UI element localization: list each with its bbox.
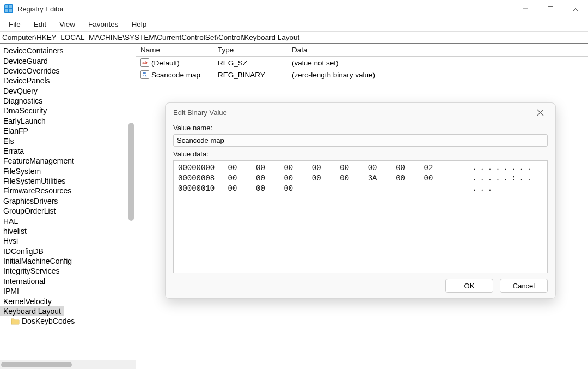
hex-editor[interactable]: 000000000000000000000002........00000008… bbox=[173, 160, 548, 273]
tree-item-label: DeviceOverrides bbox=[3, 66, 59, 75]
maximize-button[interactable] bbox=[538, 0, 563, 17]
tree-item-label: Keyboard Layout bbox=[3, 307, 61, 316]
tree-item-label: KernelVelocity bbox=[3, 297, 52, 306]
svg-rect-6 bbox=[548, 7, 553, 11]
hex-address: 00000000 bbox=[178, 163, 222, 173]
tree-item[interactable]: FileSystem bbox=[0, 166, 136, 176]
vertical-scrollbar[interactable] bbox=[128, 123, 134, 221]
valuename-field[interactable]: Scancode map bbox=[173, 134, 548, 147]
tree-item[interactable]: InitialMachineConfig bbox=[0, 256, 136, 266]
menu-edit[interactable]: Edit bbox=[27, 19, 53, 29]
hex-bytes[interactable]: 00000000003A0000 bbox=[222, 173, 456, 184]
tree-item[interactable]: ElanFP bbox=[0, 126, 136, 136]
tree-item[interactable]: GroupOrderList bbox=[0, 206, 136, 216]
hex-line[interactable]: 0000000800000000003A0000.....:.. bbox=[178, 173, 543, 184]
dialog-close-button[interactable] bbox=[532, 105, 548, 120]
tree-item[interactable]: EarlyLaunch bbox=[0, 116, 136, 126]
close-button[interactable] bbox=[563, 0, 588, 17]
hex-address: 00000010 bbox=[178, 184, 222, 194]
tree-item-label: GroupOrderList bbox=[3, 207, 56, 215]
tree-item-label: ElanFP bbox=[3, 126, 28, 135]
address-bar[interactable]: Computer\HKEY_LOCAL_MACHINE\SYSTEM\Curre… bbox=[0, 32, 588, 44]
tree-item[interactable]: IDConfigDB bbox=[0, 246, 136, 256]
tree-item[interactable]: DmaSecurity bbox=[0, 106, 136, 116]
dialog-titlebar[interactable]: Edit Binary Value bbox=[166, 103, 555, 122]
tree-item[interactable]: IntegrityServices bbox=[0, 266, 136, 276]
tree-item-label: Diagnostics bbox=[3, 96, 42, 105]
svg-rect-4 bbox=[9, 9, 12, 12]
tree-item-label: IPMI bbox=[3, 287, 19, 295]
list-header[interactable]: Name Type Data bbox=[136, 44, 588, 57]
tree-item-label: InitialMachineConfig bbox=[3, 257, 72, 265]
minimize-button[interactable] bbox=[513, 0, 538, 17]
edit-binary-dialog: Edit Binary Value Value name: Scancode m… bbox=[165, 102, 556, 299]
hex-bytes[interactable]: 000000 bbox=[222, 184, 456, 194]
hex-line[interactable]: 00000010000000... bbox=[178, 184, 543, 194]
tree-item-label: International bbox=[3, 277, 45, 286]
tree-item[interactable]: FirmwareResources bbox=[0, 186, 136, 196]
tree-item[interactable]: DeviceOverrides bbox=[0, 66, 136, 76]
tree-item-label: DevicePanels bbox=[3, 76, 50, 85]
tree-item-label: HAL bbox=[3, 217, 18, 226]
valuename-label: Value name: bbox=[173, 124, 548, 132]
tree-item[interactable]: hivelist bbox=[0, 226, 136, 236]
hex-ascii: .....:.. bbox=[456, 173, 543, 184]
dialog-title: Edit Binary Value bbox=[173, 108, 227, 117]
col-header-data[interactable]: Data bbox=[287, 46, 588, 54]
menu-view[interactable]: View bbox=[53, 19, 82, 29]
tree-item[interactable]: Errata bbox=[0, 146, 136, 156]
value-row[interactable]: ab(Default)REG_SZ(value not set) bbox=[136, 57, 588, 69]
hex-ascii: ........ bbox=[456, 163, 543, 173]
menu-file[interactable]: File bbox=[2, 19, 27, 29]
tree-item[interactable]: Hvsi bbox=[0, 236, 136, 246]
tree-item[interactable]: GraphicsDrivers bbox=[0, 196, 136, 206]
tree-item[interactable]: Els bbox=[0, 136, 136, 146]
value-data: (value not set) bbox=[287, 59, 588, 67]
tree-item[interactable]: KernelVelocity bbox=[0, 296, 136, 306]
tree-item[interactable]: DevQuery bbox=[0, 86, 136, 96]
horizontal-scrollbar[interactable] bbox=[1, 362, 72, 367]
svg-rect-2 bbox=[9, 5, 12, 8]
tree-item-label: Hvsi bbox=[3, 237, 18, 245]
tree-item-label: DmaSecurity bbox=[3, 106, 47, 115]
menu-help[interactable]: Help bbox=[125, 19, 154, 29]
tree-item-label: DeviceContainers bbox=[3, 46, 64, 55]
menu-favorites[interactable]: Favorites bbox=[82, 19, 125, 29]
string-value-icon: ab bbox=[140, 58, 149, 67]
tree-item-label: Els bbox=[3, 137, 14, 146]
tree-item[interactable]: Keyboard Layout bbox=[0, 306, 64, 316]
regedit-icon bbox=[4, 4, 13, 13]
col-header-type[interactable]: Type bbox=[213, 46, 287, 54]
valuedata-label: Value data: bbox=[173, 150, 548, 158]
tree-panel[interactable]: DeviceContainersDeviceGuardDeviceOverrid… bbox=[0, 44, 136, 369]
cancel-button[interactable]: Cancel bbox=[500, 279, 548, 293]
titlebar[interactable]: Registry Editor bbox=[0, 0, 588, 17]
tree-item[interactable]: International bbox=[0, 276, 136, 286]
tree-item-label: IDConfigDB bbox=[3, 247, 44, 256]
tree-item-label: Errata bbox=[3, 147, 24, 155]
ok-button[interactable]: OK bbox=[445, 279, 493, 293]
tree-item-label: EarlyLaunch bbox=[3, 117, 46, 125]
tree-item-label: FirmwareResources bbox=[3, 186, 71, 195]
tree-item[interactable]: DeviceContainers bbox=[0, 46, 136, 56]
tree-item-label: DosKeybCodes bbox=[22, 317, 75, 325]
tree-item-label: FileSystem bbox=[3, 167, 41, 176]
tree-item[interactable]: HAL bbox=[0, 216, 136, 226]
path-text: Computer\HKEY_LOCAL_MACHINE\SYSTEM\Curre… bbox=[2, 33, 299, 41]
tree-item[interactable]: Diagnostics bbox=[0, 96, 136, 106]
hex-line[interactable]: 000000000000000000000002........ bbox=[178, 163, 543, 173]
tree-item[interactable]: DevicePanels bbox=[0, 76, 136, 86]
svg-rect-1 bbox=[5, 5, 8, 8]
col-header-name[interactable]: Name bbox=[136, 46, 213, 54]
tree-item[interactable]: FileSystemUtilities bbox=[0, 176, 136, 186]
tree-item[interactable]: DosKeybCodes bbox=[0, 316, 136, 326]
window-title: Registry Editor bbox=[17, 5, 64, 13]
horizontal-scrollbar-track bbox=[0, 360, 136, 369]
tree-item[interactable]: IPMI bbox=[0, 286, 136, 296]
binary-value-icon: 01 10 bbox=[140, 70, 149, 79]
hex-bytes[interactable]: 0000000000000002 bbox=[222, 163, 456, 173]
tree-item[interactable]: DeviceGuard bbox=[0, 56, 136, 65]
value-row[interactable]: 01 10Scancode mapREG_BINARY(zero-length … bbox=[136, 69, 588, 81]
tree-item[interactable]: FeatureManagement bbox=[0, 156, 136, 166]
value-type: REG_BINARY bbox=[213, 71, 287, 79]
